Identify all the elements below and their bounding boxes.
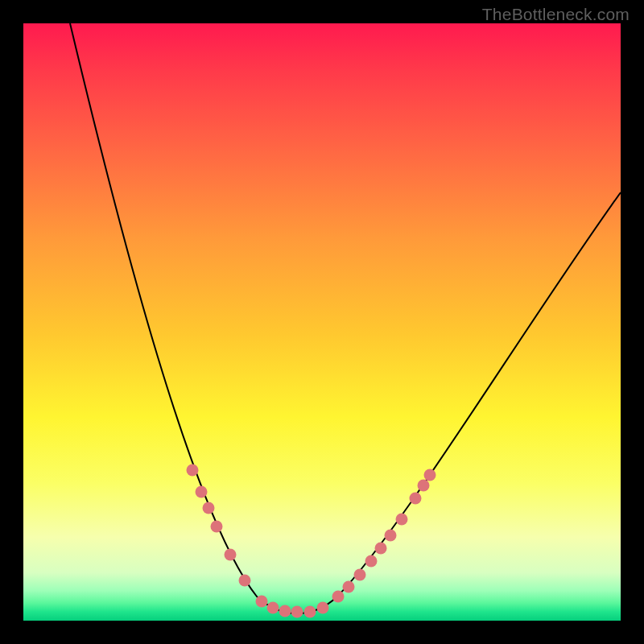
data-marker bbox=[375, 543, 387, 555]
data-marker bbox=[410, 493, 422, 505]
plot-area bbox=[23, 23, 621, 621]
data-marker bbox=[332, 591, 345, 603]
watermark-text: TheBottleneck.com bbox=[482, 5, 630, 24]
chart-frame: TheBottleneck.com bbox=[0, 0, 644, 644]
data-marker bbox=[385, 530, 397, 542]
data-marker bbox=[267, 602, 279, 614]
data-marker bbox=[317, 602, 329, 614]
data-marker bbox=[211, 521, 223, 533]
data-marker bbox=[279, 605, 291, 617]
data-marker bbox=[396, 514, 408, 526]
data-marker bbox=[256, 596, 268, 608]
data-marker bbox=[418, 480, 430, 492]
data-marker bbox=[365, 555, 378, 568]
data-marker bbox=[343, 581, 355, 593]
data-marker bbox=[203, 502, 215, 514]
data-marker bbox=[304, 606, 316, 618]
data-marker bbox=[225, 549, 237, 561]
data-marker bbox=[354, 569, 366, 581]
data-marker bbox=[187, 464, 199, 477]
data-marker bbox=[196, 486, 208, 498]
curve-layer bbox=[23, 23, 621, 621]
data-marker bbox=[291, 606, 303, 618]
bottleneck-curve bbox=[70, 23, 621, 613]
data-marker bbox=[424, 469, 436, 481]
marker-group bbox=[187, 464, 436, 618]
data-marker bbox=[239, 575, 251, 587]
